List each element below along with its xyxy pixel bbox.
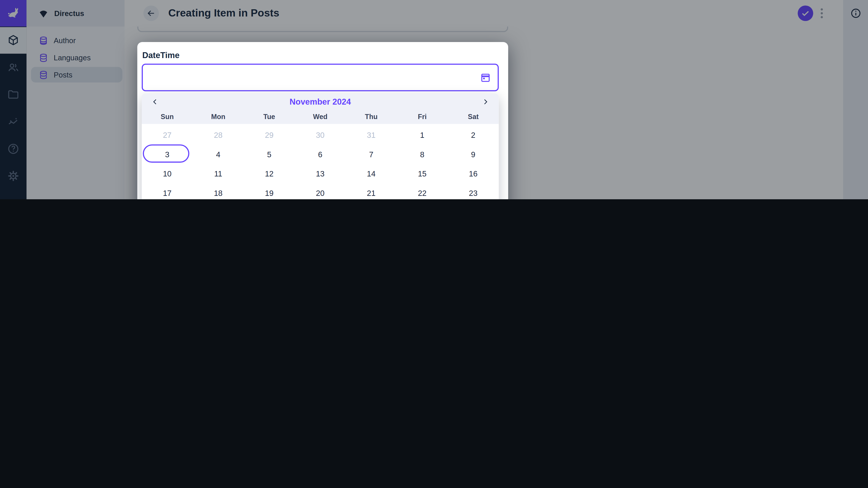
- calendar-day[interactable]: 16: [448, 164, 499, 183]
- calendar-day[interactable]: 27: [142, 125, 193, 144]
- previous-month-button[interactable]: [149, 96, 160, 107]
- calendar-day[interactable]: 5: [244, 144, 295, 164]
- calendar-day[interactable]: 10: [142, 164, 193, 183]
- weekday-label: Thu: [346, 109, 397, 124]
- calendar-day[interactable]: 14: [346, 164, 397, 183]
- calendar-day[interactable]: 21: [346, 183, 397, 199]
- datetime-field: [142, 64, 499, 91]
- calendar-day[interactable]: 3: [142, 144, 193, 164]
- calendar-day[interactable]: 23: [448, 183, 499, 199]
- calendar-day[interactable]: 6: [295, 144, 346, 164]
- calendar-day[interactable]: 12: [244, 164, 295, 183]
- calendar-day[interactable]: 17: [142, 183, 193, 199]
- weekday-label: Sun: [142, 109, 193, 124]
- calendar-day[interactable]: 20: [295, 183, 346, 199]
- calendar-day[interactable]: 2: [448, 125, 499, 144]
- calendar-day[interactable]: 31: [346, 125, 397, 144]
- calendar-day[interactable]: 15: [397, 164, 448, 183]
- app: © OpenStreetMap contributors OpenStreetM…: [0, 0, 868, 199]
- weekday-label: Mon: [193, 109, 244, 124]
- calendar-day[interactable]: 9: [448, 144, 499, 164]
- weekday-label: Tue: [244, 109, 295, 124]
- calendar-day[interactable]: 13: [295, 164, 346, 183]
- weekday-label: Wed: [295, 109, 346, 124]
- calendar-grid: 2728293031123456789101112131415161718192…: [142, 125, 499, 199]
- chevron-right-icon: [482, 98, 489, 105]
- weekday-row: SunMonTueWedThuFriSat: [142, 109, 499, 124]
- datetime-field-label: DateTime: [142, 51, 180, 60]
- calendar-day[interactable]: 7: [346, 144, 397, 164]
- calendar-day[interactable]: 29: [244, 125, 295, 144]
- calendar-day[interactable]: 30: [295, 125, 346, 144]
- datetime-popup-card: DateTime: [137, 42, 508, 199]
- calendar-day[interactable]: 11: [193, 164, 244, 183]
- next-month-button[interactable]: [480, 96, 491, 107]
- weekday-label: Sat: [448, 109, 499, 124]
- calendar-day[interactable]: 18: [193, 183, 244, 199]
- calendar-header: November 2024 SunMonTueWedThuFriSat: [142, 94, 499, 124]
- calendar-day[interactable]: 8: [397, 144, 448, 164]
- calendar-day[interactable]: 1: [397, 125, 448, 144]
- weekday-label: Fri: [397, 109, 448, 124]
- calendar-menu: November 2024 SunMonTueWedThuFriSat 2728…: [142, 94, 499, 199]
- calendar-day[interactable]: 4: [193, 144, 244, 164]
- chevron-left-icon: [151, 98, 159, 105]
- datetime-input[interactable]: [149, 66, 473, 90]
- calendar-day[interactable]: 28: [193, 125, 244, 144]
- month-label[interactable]: November 2024: [289, 97, 351, 106]
- calendar-icon[interactable]: [480, 72, 491, 83]
- calendar-day[interactable]: 19: [244, 183, 295, 199]
- calendar-day[interactable]: 22: [397, 183, 448, 199]
